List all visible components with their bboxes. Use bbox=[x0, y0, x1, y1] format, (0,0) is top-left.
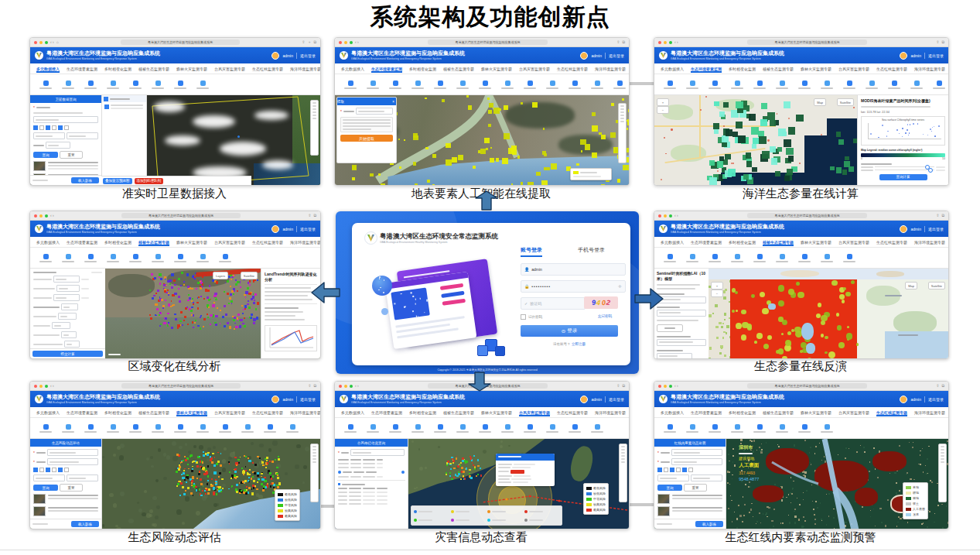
extraction-3d-view[interactable]: 提取× * 开始提取 bbox=[335, 95, 629, 185]
back-icon[interactable]: ‹ › bbox=[674, 40, 678, 44]
result-item[interactable] bbox=[33, 506, 98, 516]
address-bar[interactable]: 粤港澳大湾区生态环境监测与应急响应集成系统 bbox=[747, 39, 867, 45]
back-icon[interactable]: ‹ › bbox=[50, 214, 54, 218]
nav-tab[interactable]: 植被生态监测专题 bbox=[443, 410, 474, 415]
logout-button[interactable]: 退出登录 bbox=[300, 397, 316, 402]
share-icon[interactable]: ⇧ bbox=[936, 384, 939, 388]
module-icon[interactable] bbox=[501, 81, 514, 89]
load-image-button[interactable]: 载入影像 bbox=[695, 521, 723, 527]
nav-tab[interactable]: 多时相变化监测 bbox=[409, 410, 436, 415]
close-icon[interactable] bbox=[339, 41, 342, 44]
nav-tab[interactable]: 台风灾害监测专题 bbox=[838, 410, 869, 415]
module-icon[interactable] bbox=[196, 254, 209, 262]
address-bar[interactable]: 粤港澳大湾区生态环境监测与应急响应集成系统 bbox=[747, 383, 867, 389]
change-map[interactable]: Layers Satellite bbox=[105, 269, 261, 358]
module-icon[interactable] bbox=[776, 254, 788, 262]
risk-map-view[interactable]: 最低风险较低风险中等风险较高风险最高风险 生态风险动态评估 * * bbox=[30, 439, 320, 529]
zoom-icon[interactable] bbox=[45, 385, 48, 388]
nav-tab[interactable]: 多元数据接入 bbox=[36, 240, 60, 245]
forgot-password-link[interactable]: 忘记密码 bbox=[598, 314, 612, 318]
nav-tab[interactable]: 森林火灾监测专题 bbox=[176, 410, 207, 415]
share-icon[interactable]: ⇧ bbox=[302, 40, 305, 44]
module-icon[interactable] bbox=[731, 254, 743, 262]
nav-tab[interactable]: 台风灾害监测专题 bbox=[519, 410, 550, 415]
nav-tab[interactable]: 多元数据接入 bbox=[36, 410, 60, 415]
module-icon[interactable] bbox=[569, 424, 581, 433]
nav-tab[interactable]: 海洋环境监测专题 bbox=[595, 67, 626, 71]
nav-tab[interactable]: 生态环境要素监测 bbox=[371, 67, 402, 71]
captcha-field[interactable]: ✓ 验证码 bbox=[521, 297, 586, 310]
nav-tab[interactable]: 植被生态监测专题 bbox=[763, 410, 794, 415]
module-icon[interactable] bbox=[152, 81, 164, 89]
home-icon[interactable]: ⌂ bbox=[56, 40, 59, 44]
module-icon[interactable] bbox=[264, 424, 276, 433]
username-field[interactable]: 👤 admin bbox=[521, 263, 626, 276]
module-icon[interactable] bbox=[129, 81, 142, 89]
query-button[interactable]: 查询 bbox=[657, 485, 682, 491]
module-icon[interactable] bbox=[546, 424, 558, 433]
nav-tab[interactable]: 多元数据接入 bbox=[661, 67, 684, 71]
scene-thumbnail[interactable] bbox=[33, 161, 46, 171]
logout-button[interactable]: 退出登录 bbox=[300, 53, 316, 58]
tab-account-login[interactable]: 账号登录 bbox=[521, 246, 542, 257]
module-icon[interactable] bbox=[664, 424, 676, 433]
avatar[interactable] bbox=[900, 396, 907, 403]
zoom-icon[interactable] bbox=[669, 214, 672, 218]
zoom-icon[interactable] bbox=[45, 214, 48, 218]
avatar[interactable] bbox=[580, 52, 588, 60]
module-icon[interactable] bbox=[367, 81, 379, 89]
module-icon[interactable] bbox=[821, 81, 833, 89]
minimize-icon[interactable] bbox=[39, 385, 43, 388]
nav-tab[interactable]: 多时相变化监测 bbox=[104, 240, 131, 245]
nav-tab[interactable]: 生态环境要素监测 bbox=[67, 240, 97, 245]
module-icon[interactable] bbox=[107, 81, 119, 89]
back-icon[interactable]: ‹ › bbox=[355, 384, 359, 388]
module-icon[interactable] bbox=[152, 424, 164, 433]
module-icon[interactable] bbox=[753, 81, 766, 89]
module-icon[interactable] bbox=[174, 424, 186, 433]
satellite-button[interactable]: Satellite bbox=[241, 272, 258, 279]
minimize-icon[interactable] bbox=[39, 41, 43, 44]
satellite-map-view[interactable]: 叠加显示预览图 添加到处理队列 卫星数据查询 * bbox=[30, 95, 320, 185]
module-icon[interactable] bbox=[434, 424, 446, 433]
satellite-imagery[interactable] bbox=[146, 95, 320, 185]
address-bar[interactable]: 粤港澳大湾区生态环境监测与应急响应集成系统 bbox=[747, 213, 867, 218]
back-icon[interactable]: ‹ › bbox=[355, 40, 359, 44]
nav-tab[interactable]: 多元数据接入 bbox=[661, 240, 684, 245]
module-icon[interactable] bbox=[866, 81, 878, 89]
avatar[interactable] bbox=[900, 52, 907, 60]
nav-tab[interactable]: 生态红线监测专题 bbox=[557, 410, 588, 415]
tabs-icon[interactable]: ⧉ bbox=[622, 384, 625, 388]
share-icon[interactable]: ⇧ bbox=[308, 214, 311, 218]
band-checkboxes[interactable] bbox=[33, 468, 98, 472]
module-icon[interactable] bbox=[39, 254, 52, 262]
nav-tab[interactable]: 台风灾害监测专题 bbox=[214, 240, 245, 245]
result-item[interactable] bbox=[33, 494, 98, 504]
module-icon[interactable] bbox=[776, 424, 788, 433]
logout-button[interactable]: 退出登录 bbox=[928, 227, 944, 231]
module-icon[interactable] bbox=[389, 81, 401, 89]
nav-tab[interactable]: 生态环境要素监测 bbox=[691, 410, 722, 415]
module-icon[interactable] bbox=[664, 81, 676, 89]
nav-tab[interactable]: 台风灾害监测专题 bbox=[214, 410, 245, 415]
nav-tab[interactable]: 生态红线监测专题 bbox=[252, 240, 283, 245]
tabs-icon[interactable]: ⧉ bbox=[941, 40, 944, 44]
risk-map[interactable]: 最低风险较低风险中等风险较高风险最高风险 bbox=[101, 439, 320, 529]
timeseries-chart[interactable]: Sea surface Chlorophyll time series bbox=[861, 116, 945, 146]
module-icon[interactable] bbox=[411, 81, 424, 89]
nav-tab[interactable]: 植被生态监测专题 bbox=[763, 240, 794, 245]
avatar[interactable] bbox=[271, 52, 279, 60]
module-icon[interactable] bbox=[196, 81, 209, 89]
module-icon[interactable] bbox=[62, 254, 74, 262]
tabs-icon[interactable]: ⧉ bbox=[313, 40, 316, 44]
zoom-icon[interactable] bbox=[350, 385, 353, 388]
nav-tab[interactable]: 台风灾害监测专题 bbox=[838, 67, 869, 71]
module-icon[interactable] bbox=[39, 81, 52, 89]
nav-tab[interactable]: 生态环境要素监测 bbox=[67, 410, 97, 415]
reset-button[interactable]: 重置 bbox=[684, 484, 707, 492]
nav-tab[interactable]: 生态环境要素监测 bbox=[691, 67, 722, 71]
minimize-icon[interactable] bbox=[344, 385, 347, 388]
nav-tab[interactable]: 台风灾害监测专题 bbox=[519, 67, 550, 71]
close-icon[interactable] bbox=[658, 214, 661, 218]
result-thumbnail[interactable] bbox=[33, 494, 46, 504]
